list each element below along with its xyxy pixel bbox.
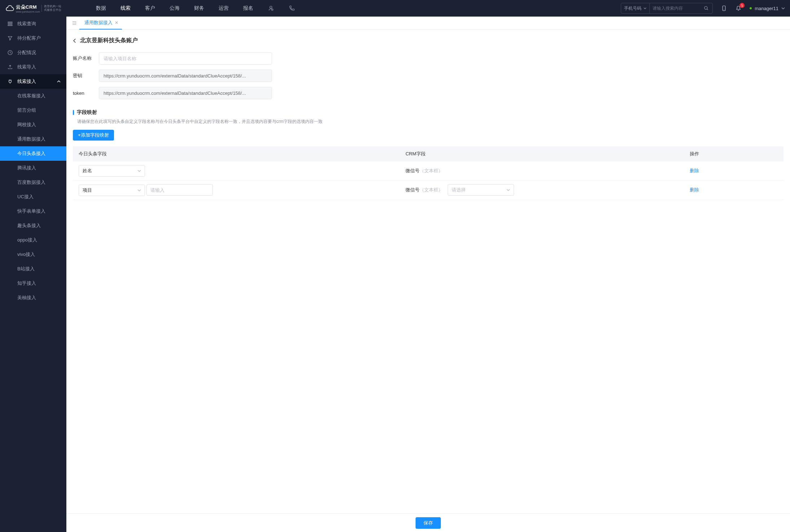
notification-button[interactable]: 5	[735, 5, 742, 12]
top-nav-item[interactable]: 公海	[162, 0, 187, 17]
chevron-down-icon	[644, 7, 646, 10]
search-button[interactable]	[700, 3, 712, 13]
save-button[interactable]: 保存	[416, 517, 441, 529]
top-nav-item[interactable]: 报名	[236, 0, 260, 17]
clock-icon	[7, 50, 13, 56]
menu-fold-icon	[72, 21, 77, 26]
sidebar-item-label: 分配情况	[17, 49, 36, 56]
col-actions: 操作	[684, 146, 784, 161]
filter-icon	[7, 35, 13, 41]
sidebar-sub-item[interactable]: B站接入	[0, 262, 66, 276]
header: 云朵CRM www.yunduocrm.com 教育机构一站 式服务云平台 数据…	[0, 0, 790, 17]
sidebar-sub-item[interactable]: 今日头条接入	[0, 146, 66, 161]
secret-input[interactable]	[99, 70, 272, 82]
sidebar-item[interactable]: 线索接入	[0, 74, 66, 89]
token-label: token	[73, 90, 99, 96]
top-nav-item[interactable]: 线索	[113, 0, 138, 17]
token-input[interactable]	[99, 87, 272, 99]
top-nav: 数据线索客户公海财务运营报名	[89, 0, 260, 17]
nav-phone-icon[interactable]	[281, 0, 302, 17]
plug-icon	[7, 79, 13, 84]
svg-rect-7	[8, 25, 12, 26]
sidebar-sub-item[interactable]: vivo接入	[0, 247, 66, 262]
search-type-select[interactable]: 手机号码	[621, 3, 650, 13]
row-delete-link[interactable]: 删除	[690, 168, 699, 173]
crm-field-name: 微信号	[405, 187, 420, 192]
brand-domain: www.yunduocrm.com	[16, 10, 40, 13]
tab-close-button[interactable]: ✕	[115, 20, 118, 25]
brand-name: 云朵CRM	[16, 4, 40, 10]
brand-subtitle: 教育机构一站 式服务云平台	[41, 5, 61, 12]
svg-point-2	[705, 6, 707, 9]
sidebar-sub-item[interactable]: 留言分组	[0, 103, 66, 118]
sidebar-item[interactable]: 线索导入	[0, 60, 66, 74]
tt-field-extra-input[interactable]	[146, 184, 213, 196]
account-name-input[interactable]	[99, 52, 272, 65]
add-mapping-button[interactable]: +添加字段映射	[73, 130, 114, 141]
mobile-icon	[721, 5, 727, 12]
sidebar-item-label: 待分配客户	[17, 35, 41, 41]
back-chevron-icon[interactable]	[71, 37, 78, 44]
secret-label: 密钥	[73, 72, 99, 79]
top-nav-item[interactable]: 数据	[89, 0, 113, 17]
sidebar-item[interactable]: 线索查询	[0, 17, 66, 31]
svg-point-0	[270, 6, 272, 8]
status-dot	[750, 7, 752, 9]
page-title: 北京昱新科技头条账户	[71, 37, 784, 44]
chevron-down-icon	[137, 169, 141, 173]
chevron-up-icon	[57, 80, 61, 83]
sidebar-sub-item[interactable]: 百度数据接入	[0, 175, 66, 190]
sidebar-sub-item[interactable]: 网校接入	[0, 118, 66, 132]
top-nav-item[interactable]: 运营	[211, 0, 236, 17]
table-row: 项目 微信号（文本框） 请选择删除	[73, 181, 784, 200]
tt-field-select[interactable]: 项目	[79, 185, 145, 196]
brand-logo[interactable]: 云朵CRM www.yunduocrm.com 教育机构一站 式服务云平台	[5, 4, 67, 13]
mapping-section-desc: 请确保您在此填写的头条自定义字段名称与在今日头条平台中自定义的字段名称一致，并且…	[73, 119, 784, 125]
nav-user-icon[interactable]	[260, 0, 281, 17]
person-add-icon	[268, 5, 274, 12]
upload-icon	[7, 64, 13, 70]
sidebar-item-label: 线索查询	[17, 21, 36, 27]
sidebar-sub-item[interactable]: UC接入	[0, 190, 66, 204]
page-content: 北京昱新科技头条账户 账户名称 密钥 token 字段映射 请确保您在此填写的头…	[66, 30, 790, 532]
sidebar-sub-item[interactable]: 美柚接入	[0, 291, 66, 305]
sidebar-item[interactable]: 待分配客户	[0, 31, 66, 45]
account-name-label: 账户名称	[73, 55, 99, 62]
header-search: 手机号码	[621, 3, 713, 14]
sidebar-sub-item[interactable]: 趣头条接入	[0, 218, 66, 233]
chevron-down-icon	[781, 6, 785, 10]
username: manager11	[755, 6, 778, 11]
col-crm-field: CRM字段	[400, 146, 684, 161]
top-nav-item[interactable]: 客户	[138, 0, 162, 17]
user-menu[interactable]: manager11	[750, 6, 785, 11]
sidebar-sub-item[interactable]: oppo接入	[0, 233, 66, 247]
sidebar-sub-item[interactable]: 快手表单接入	[0, 204, 66, 218]
sidebar-sub-item[interactable]: 在线客服接入	[0, 89, 66, 103]
search-input[interactable]	[650, 3, 700, 13]
notification-badge: 5	[739, 3, 745, 8]
top-nav-item[interactable]: 财务	[187, 0, 211, 17]
mobile-button[interactable]	[721, 5, 727, 12]
mapping-table: 今日头条字段 CRM字段 操作 姓名微信号（文本框）删除项目 微信号（文本框） …	[73, 146, 784, 200]
row-delete-link[interactable]: 删除	[690, 187, 699, 192]
sidebar-item[interactable]: 分配情况	[0, 45, 66, 60]
svg-rect-6	[8, 23, 12, 24]
cloud-icon	[5, 4, 14, 12]
chevron-down-icon	[506, 188, 510, 192]
crm-field-name: 微信号	[405, 168, 420, 173]
sidebar-sub-item[interactable]: 腾讯接入	[0, 161, 66, 175]
phone-icon	[289, 5, 295, 12]
sidebar-sub-item[interactable]: 通用数据接入	[0, 132, 66, 146]
crm-field-select[interactable]: 请选择	[448, 184, 514, 196]
tab-bar: 通用数据接入 ✕	[66, 17, 790, 30]
svg-point-4	[724, 10, 724, 10]
mapping-section-title: 字段映射	[73, 109, 784, 116]
footer-bar: 保存	[66, 513, 790, 532]
sidebar-item-label: 线索导入	[17, 64, 36, 70]
collapse-sidebar-button[interactable]	[69, 21, 79, 26]
table-row: 姓名微信号（文本框）删除	[73, 161, 784, 181]
tab-active[interactable]: 通用数据接入 ✕	[79, 17, 122, 30]
list-icon	[7, 21, 13, 27]
sidebar-sub-item[interactable]: 知乎接入	[0, 276, 66, 291]
tt-field-select[interactable]: 姓名	[79, 165, 145, 177]
